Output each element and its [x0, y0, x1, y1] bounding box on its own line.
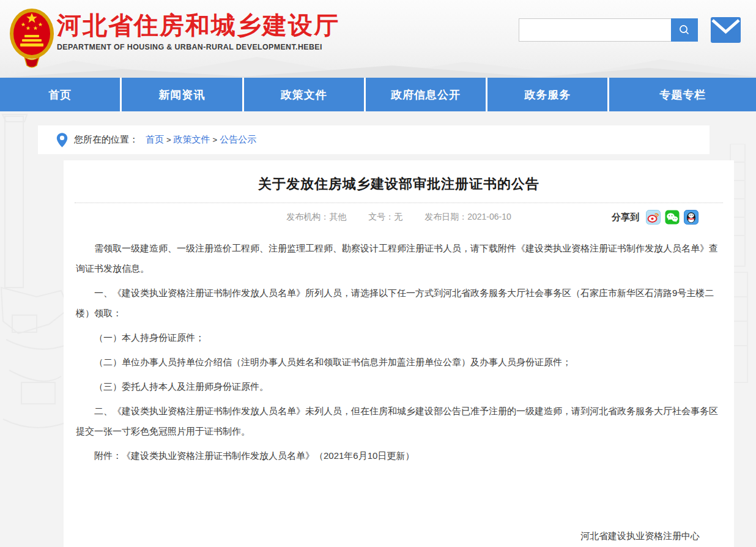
- breadcrumb-separator: >: [166, 135, 171, 144]
- breadcrumb-link-home[interactable]: 首页: [146, 134, 164, 146]
- paragraph: （一）本人持身份证原件；: [76, 327, 722, 348]
- article-meta-row: 发布机构：其他 文号：无 发布日期：2021-06-10 分享到: [64, 203, 734, 231]
- site-title: 河北省住房和城乡建设厅: [57, 12, 339, 39]
- signature-block: 河北省建设执业资格注册中心 2021年6月10日: [76, 530, 722, 547]
- national-emblem-logo: [9, 4, 55, 69]
- location-pin-icon: [56, 132, 68, 148]
- nav-item-gov-info[interactable]: 政府信息公开: [366, 78, 486, 111]
- site-subtitle: DEPARTMENT OF HOUSING & URBAN-RURAL DEVE…: [57, 43, 339, 51]
- nav-item-services[interactable]: 政务服务: [487, 78, 607, 111]
- breadcrumb-prefix: 您所在的位置：: [74, 134, 138, 146]
- background-sketch-left: [0, 113, 70, 459]
- mail-button[interactable]: [711, 17, 741, 43]
- paragraph: （二）单位办事人员持单位介绍信（注明办事人员姓名和领取证书信息并加盖注册单位公章…: [76, 352, 722, 372]
- attachment-link[interactable]: 附件：《建设类执业资格注册证书制作发放人员名单》（2021年6月10日更新）: [76, 445, 722, 466]
- article-meta: 发布机构：其他 文号：无 发布日期：2021-06-10: [286, 212, 511, 223]
- wechat-icon[interactable]: [665, 210, 680, 225]
- mail-icon: [711, 17, 741, 43]
- header-search-area: [519, 17, 741, 43]
- meta-doc-number: 文号：无: [368, 212, 402, 223]
- meta-publish-date: 发布日期：2021-06-10: [424, 212, 511, 223]
- nav-item-special[interactable]: 专题专栏: [609, 78, 755, 111]
- breadcrumb: 您所在的位置： 首页 > 政策文件 > 公告公示: [38, 125, 710, 154]
- search-icon: [678, 23, 691, 37]
- mountain-texture: [0, 50, 756, 78]
- main-nav: 首页 新闻资讯 政策文件 政府信息公开 政务服务 专题专栏: [0, 78, 756, 111]
- article-container: 关于发放住房城乡建设部审批注册证书的公告 发布机构：其他 文号：无 发布日期：2…: [64, 160, 734, 547]
- nav-item-policy[interactable]: 政策文件: [244, 78, 364, 111]
- breadcrumb-separator: >: [213, 135, 218, 144]
- qq-icon[interactable]: [684, 210, 699, 225]
- search-button[interactable]: [671, 18, 698, 42]
- meta-agency: 发布机构：其他: [286, 212, 346, 223]
- share-bar: 分享到: [612, 210, 699, 225]
- breadcrumb-link-policy[interactable]: 政策文件: [174, 134, 210, 146]
- site-header: 河北省住房和城乡建设厅 DEPARTMENT OF HOUSING & URBA…: [0, 0, 756, 78]
- paragraph: 需领取一级建造师、一级注册造价工程师、注册监理工程师、勘察设计工程师注册证书人员…: [76, 238, 722, 278]
- search-input[interactable]: [519, 18, 671, 42]
- weibo-icon[interactable]: [646, 210, 661, 225]
- article-title: 关于发放住房城乡建设部审批注册证书的公告: [64, 160, 734, 193]
- share-label: 分享到: [612, 212, 639, 223]
- signature-org: 河北省建设执业资格注册中心: [76, 530, 722, 542]
- brand-block: 河北省住房和城乡建设厅 DEPARTMENT OF HOUSING & URBA…: [57, 12, 339, 51]
- paragraph: 一、《建设类执业资格注册证书制作发放人员名单》所列人员，请选择以下任一方式到河北…: [76, 283, 722, 323]
- paragraph: （三）委托人持本人及注册师身份证原件。: [76, 376, 722, 396]
- paragraph: 二、《建设类执业资格注册证书制作发放人员名单》未列人员，但在住房和城乡建设部公告…: [76, 401, 722, 441]
- nav-item-home[interactable]: 首页: [0, 78, 120, 111]
- nav-item-news[interactable]: 新闻资讯: [122, 78, 242, 111]
- article-body: 需领取一级建造师、一级注册造价工程师、注册监理工程师、勘察设计工程师注册证书人员…: [64, 231, 734, 547]
- breadcrumb-link-announcements[interactable]: 公告公示: [220, 134, 256, 146]
